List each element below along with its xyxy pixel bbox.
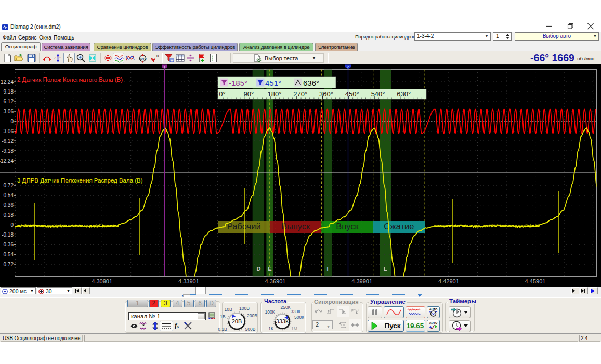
svg-text:20В: 20В [231, 318, 242, 324]
svg-text:-0.36: -0.36 [2, 242, 14, 248]
svg-text:L: L [384, 266, 387, 272]
svg-text:-0.18: -0.18 [2, 232, 14, 238]
svg-text:AUTO: AUTO [139, 57, 146, 60]
svg-text:270°: 270° [293, 90, 307, 98]
svg-text:4.45901: 4.45901 [525, 278, 546, 284]
svg-text:630°: 630° [397, 90, 411, 98]
svg-text:4.39901: 4.39901 [351, 278, 372, 284]
svg-text:360°: 360° [319, 90, 333, 98]
svg-text:-185°: -185° [229, 79, 247, 87]
svg-text:0: 0 [10, 119, 14, 124]
svg-text:4.30901: 4.30901 [92, 278, 112, 284]
svg-text:450°: 450° [345, 90, 359, 98]
svg-text:-12.24: -12.24 [0, 158, 14, 164]
svg-text:0.54: 0.54 [4, 192, 14, 198]
svg-text:4.36901: 4.36901 [265, 278, 286, 284]
svg-text:540°: 540° [371, 90, 385, 98]
svg-text:12.24: 12.24 [1, 79, 14, 85]
svg-text:Рабочий: Рабочий [227, 222, 261, 231]
svg-text:3.06: 3.06 [4, 109, 14, 114]
svg-text:Выпуск: Выпуск [281, 222, 310, 231]
svg-text:-0.54: -0.54 [2, 252, 14, 257]
svg-text:-9.18: -9.18 [2, 148, 14, 154]
svg-text:90°: 90° [243, 90, 254, 98]
svg-text:636°: 636° [303, 79, 319, 87]
svg-text:-3.06: -3.06 [2, 128, 14, 134]
svg-text:6.12: 6.12 [4, 99, 14, 105]
svg-text:-0.72: -0.72 [2, 262, 14, 267]
svg-text:E: E [268, 266, 271, 272]
svg-text:180°: 180° [268, 90, 282, 98]
svg-text:0: 0 [156, 54, 159, 58]
svg-text:AUTO: AUTO [429, 321, 438, 324]
svg-text:I: I [326, 266, 328, 272]
svg-text:9.18: 9.18 [4, 89, 14, 95]
svg-text:-6.12: -6.12 [2, 138, 14, 144]
svg-text:0.72: 0.72 [4, 183, 14, 188]
svg-text:0.36: 0.36 [4, 202, 14, 208]
svg-text:0: 0 [10, 222, 14, 228]
svg-text:0.18: 0.18 [4, 212, 14, 218]
svg-text:451°: 451° [265, 79, 281, 87]
svg-text:D: D [257, 266, 261, 272]
svg-text:4.42901: 4.42901 [438, 278, 459, 284]
svg-text:2: 2 [347, 65, 349, 69]
svg-text:0°: 0° [219, 90, 225, 98]
svg-text:Впуск: Впуск [336, 222, 359, 231]
svg-text:1: 1 [164, 65, 166, 69]
svg-text:3 ДПРВ Датчик Положения Распре: 3 ДПРВ Датчик Положения Распред Вала (В) [17, 177, 143, 184]
svg-text:AUTO: AUTO [429, 308, 438, 311]
svg-text:2 Датчик Полож Коленчатого Вал: 2 Датчик Полож Коленчатого Вала (В) [17, 76, 123, 83]
svg-text:4.33901: 4.33901 [178, 278, 199, 284]
